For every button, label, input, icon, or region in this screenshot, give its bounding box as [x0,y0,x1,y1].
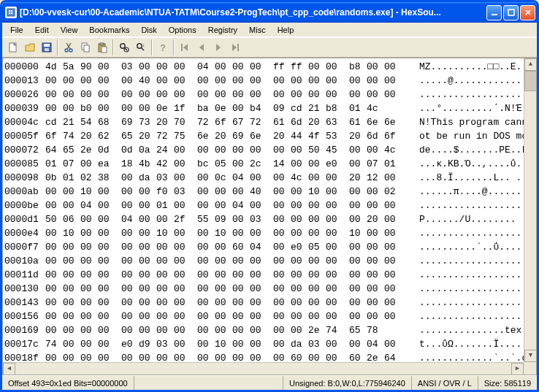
hex-row[interactable]: 00007264652e0d0d0a2400000000000000504500… [4,143,522,157]
hex-bytes[interactable]: 00000000000000000000000000000000000000 [45,88,419,101]
scroll-left-icon[interactable]: ◀ [3,363,15,375]
ascii-cell[interactable]: ................... [419,282,524,296]
titlebar[interactable]: [D:\00-vvesk-cur\00-Academic\NTUA-TATM\C… [2,2,537,23]
hex-bytes[interactable]: 00000400000001000000040000000000000000 [45,199,419,212]
nav-next-button[interactable] [210,39,226,55]
scroll-right-icon[interactable]: ▶ [511,363,524,375]
close-button[interactable] [520,5,535,20]
hex-bytes[interactable]: 64652e0d0d0a2400000000000000504500004c [45,143,419,157]
hex-bytes[interactable]: 00000000000000000000600400e00500000000 [45,240,419,254]
hex-bytes[interactable]: 000010000000f0030000004000001000000002 [45,185,419,199]
hex-row[interactable]: 00011d0000000000000000000000000000000000… [4,268,522,282]
nav-prev-button[interactable] [194,39,210,55]
hex-row[interactable]: 00018f0000000000000000000000000060000060… [4,351,522,362]
hex-row[interactable]: 000085010700ea184b4200bc05002c140000e000… [4,157,522,171]
ascii-cell[interactable]: ...°.........΄.Ν!Έ.L [419,101,524,115]
menu-file[interactable]: File [5,24,28,36]
hex-bytes[interactable]: 00000000000000000000000000000000000000 [45,296,419,310]
menu-view[interactable]: View [56,24,83,36]
hex-bytes[interactable]: 00000000000000000000000000000000000000 [45,310,419,323]
nav-last-button[interactable] [227,39,243,55]
ascii-cell[interactable]: ................... [419,254,524,268]
menu-disk[interactable]: Disk [136,24,161,36]
hex-bytes[interactable]: 500600000400002f5509000300000000002000 [45,212,419,226]
scroll-down-icon[interactable]: ▼ [524,350,537,362]
hex-row[interactable]: 00004ccd21546869732070726f6772616d206361… [4,115,522,129]
nav-first-button[interactable] [177,39,193,55]
hex-row[interactable]: 0000be0000040000000100000004000000000000… [4,199,522,212]
scroll-up-icon[interactable]: ▲ [524,58,537,71]
hex-bytes[interactable]: 00000000000000000000000000000000000000 [45,268,419,282]
ascii-cell[interactable]: ..........`..ΰ..... [419,240,524,254]
ascii-cell[interactable]: ...κ.KB.Ό..,....ΰ.. [419,157,524,171]
ascii-cell[interactable]: ...............tex [419,323,521,337]
hex-row[interactable]: 0000f700000000000000000000600400e0050000… [4,240,522,254]
hex-bytes[interactable]: 74000000e0d903000010000000da0300000400 [45,337,419,351]
help-button[interactable]: ? [155,39,171,55]
hex-row[interactable]: 00010a0000000000000000000000000000000000… [4,254,522,268]
ascii-cell[interactable]: .....@............. [419,74,524,88]
ascii-cell[interactable]: ................... [419,310,524,323]
hex-row[interactable]: 0001300000000000000000000000000000000000… [4,282,522,296]
hex-bytes[interactable]: 0b01023800da0300000c0400004c0000201200 [45,171,419,185]
find-next-button[interactable]: ↓ [133,39,149,55]
ascii-cell[interactable]: Ν!This program cann [419,115,524,129]
new-button[interactable] [5,39,21,55]
hex-row[interactable]: 0000260000000000000000000000000000000000… [4,88,522,101]
menu-edit[interactable]: Edit [30,24,54,36]
horizontal-scrollbar[interactable]: ◀ ▶ [3,362,524,374]
find-button[interactable] [116,39,132,55]
hex-bytes[interactable]: 00000000000000000000000000000000000000 [45,254,419,268]
ascii-cell[interactable]: ................... [419,88,524,101]
menu-registry[interactable]: Registry [203,24,242,36]
ascii-cell[interactable]: .............`..`.d [419,351,524,362]
open-button[interactable] [22,39,38,55]
ascii-cell[interactable]: ................... [419,226,524,240]
copy-button[interactable] [77,39,93,55]
hex-bytes[interactable]: 00000000004000000000000000000000000000 [45,74,419,88]
hex-row[interactable]: 0001560000000000000000000000000000000000… [4,310,522,323]
hex-row[interactable]: 00016900000000000000000000000000002e7465… [4,323,522,337]
hex-row[interactable]: 0000d1500600000400002f550900030000000000… [4,212,522,226]
cut-button[interactable] [61,39,77,55]
hex-row[interactable]: 0000130000000000400000000000000000000000… [4,74,522,88]
menu-misc[interactable]: Misc [244,24,271,36]
hex-row[interactable]: 00005f6f742062652072756e20696e20444f5320… [4,129,522,143]
save-button[interactable] [39,39,55,55]
scroll-thumb[interactable] [524,71,537,91]
hex-bytes[interactable]: 6f742062652072756e20696e20444f53206d6f [45,129,419,143]
hex-bytes[interactable]: 00000000000000000000000000002e746578 [45,323,419,337]
ascii-cell[interactable]: ................... [419,268,524,282]
menu-help[interactable]: Help [272,24,299,36]
hex-row[interactable]: 0000980b01023800da0300000c0400004c000020… [4,171,522,185]
hex-row[interactable]: 0000ab000010000000f003000000400000100000… [4,185,522,199]
hex-bytes[interactable]: 010700ea184b4200bc05002c140000e0000701 [45,157,419,171]
ascii-cell[interactable]: P....../U........ . [419,212,524,226]
hex-row[interactable]: 0001430000000000000000000000000000000000… [4,296,522,310]
hex-bytes[interactable]: cd21546869732070726f6772616d2063616e6e [45,115,419,129]
ascii-cell[interactable]: de....$.......PE..L [419,143,524,157]
ascii-cell[interactable]: ................... [419,296,524,310]
hex-bytes[interactable]: 0000b00000000e1fba0e00b409cd21b8014c [45,101,419,115]
hex-row[interactable]: 0000004d5a90000300000004000000ffff0000b8… [4,60,522,74]
minimize-button[interactable] [486,5,502,20]
hex-bytes[interactable]: 00000000000000000000000000000000000000 [45,282,419,296]
paste-button[interactable] [94,39,110,55]
ascii-cell[interactable]: MZ..........□□..E.. [419,60,524,74]
ascii-cell[interactable]: ................... [419,199,524,212]
menu-options[interactable]: Options [164,24,202,36]
ascii-cell[interactable]: ot be run in DOS mo [419,129,524,143]
hex-bytes[interactable]: 00000000000000000000000000600000602e64 [45,351,419,362]
hex-rows[interactable]: 0000004d5a90000300000004000000ffff0000b8… [3,58,524,362]
hex-row[interactable]: 00017c74000000e0d903000010000000da030000… [4,337,522,351]
hex-view[interactable]: 0000004d5a90000300000004000000ffff0000b8… [2,58,537,375]
hex-row[interactable]: 0000e40010000000001000001000000000000010… [4,226,522,240]
hex-bytes[interactable]: 4d5a90000300000004000000ffff0000b80000 [45,60,419,74]
hex-row[interactable]: 0000390000b00000000e1fba0e00b409cd21b801… [4,101,522,115]
ascii-cell[interactable]: ...8.Ϊ.......L.. .. [419,171,524,185]
maximize-button[interactable] [503,5,519,20]
hex-bytes[interactable]: 00100000000010000010000000000000100000 [45,226,419,240]
vertical-scrollbar[interactable]: ▲ ▼ [524,58,536,362]
ascii-cell[interactable]: t...ΰΩ.......Ϊ..... [419,337,524,351]
menu-bookmarks[interactable]: Bookmarks [84,24,134,36]
